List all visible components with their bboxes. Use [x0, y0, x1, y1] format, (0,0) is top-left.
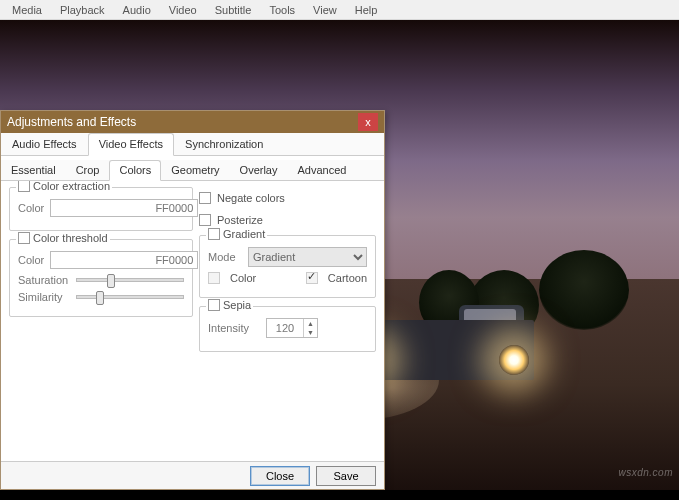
menu-help[interactable]: Help	[347, 2, 386, 18]
main-tabs: Audio Effects Video Effects Synchronizat…	[1, 133, 384, 156]
chevron-up-icon[interactable]: ▲	[304, 319, 317, 328]
colors-pane: Color extraction Color Color threshold C…	[1, 181, 384, 461]
menu-tools[interactable]: Tools	[261, 2, 303, 18]
negate-colors-label: Negate colors	[217, 192, 285, 204]
negate-colors-checkbox[interactable]	[199, 192, 211, 204]
menu-audio[interactable]: Audio	[115, 2, 159, 18]
color-threshold-group: Color threshold Color Saturation Similar…	[9, 239, 193, 317]
sub-tabs: Essential Crop Colors Geometry Overlay A…	[1, 160, 384, 181]
similarity-label: Similarity	[18, 291, 70, 303]
watermark-text: wsxdn.com	[618, 467, 673, 478]
sepia-label: Sepia	[223, 299, 251, 311]
color-threshold-label: Color threshold	[33, 232, 108, 244]
close-button[interactable]: x	[358, 113, 378, 131]
gradient-group: Gradient Mode Gradient Color Cartoon	[199, 235, 376, 298]
dialog-titlebar[interactable]: Adjustments and Effects x	[1, 111, 384, 133]
subtab-essential[interactable]: Essential	[1, 160, 66, 180]
sepia-intensity-label: Intensity	[208, 322, 260, 334]
gradient-cartoon-checkbox[interactable]	[306, 272, 318, 284]
headlight-icon	[499, 345, 529, 375]
sepia-intensity-value: 120	[267, 322, 303, 334]
sepia-intensity-spinner[interactable]: 120 ▲▼	[266, 318, 318, 338]
gradient-cartoon-label: Cartoon	[328, 272, 367, 284]
gradient-checkbox[interactable]	[208, 228, 220, 240]
similarity-slider[interactable]	[76, 295, 184, 299]
saturation-slider[interactable]	[76, 278, 184, 282]
threshold-color-input[interactable]	[50, 251, 198, 269]
tab-video-effects[interactable]: Video Effects	[88, 133, 174, 156]
extraction-color-input[interactable]	[50, 199, 198, 217]
saturation-label: Saturation	[18, 274, 70, 286]
menubar: Media Playback Audio Video Subtitle Tool…	[0, 0, 679, 20]
tab-audio-effects[interactable]: Audio Effects	[1, 133, 88, 155]
menu-subtitle[interactable]: Subtitle	[207, 2, 260, 18]
posterize-checkbox[interactable]	[199, 214, 211, 226]
gradient-color-checkbox[interactable]	[208, 272, 220, 284]
sepia-checkbox[interactable]	[208, 299, 220, 311]
menu-playback[interactable]: Playback	[52, 2, 113, 18]
close-dialog-button[interactable]: Close	[250, 466, 310, 486]
posterize-label: Posterize	[217, 214, 263, 226]
gradient-color-label: Color	[230, 272, 256, 284]
color-extraction-group: Color extraction Color	[9, 187, 193, 231]
color-threshold-checkbox[interactable]	[18, 232, 30, 244]
gradient-mode-select[interactable]: Gradient	[248, 247, 367, 267]
threshold-color-label: Color	[18, 254, 44, 266]
subtab-geometry[interactable]: Geometry	[161, 160, 229, 180]
subtab-overlay[interactable]: Overlay	[230, 160, 288, 180]
extraction-color-label: Color	[18, 202, 44, 214]
adjustments-effects-dialog: Adjustments and Effects x Audio Effects …	[0, 110, 385, 490]
subtab-colors[interactable]: Colors	[109, 160, 161, 181]
chevron-down-icon[interactable]: ▼	[304, 328, 317, 337]
gradient-mode-label: Mode	[208, 251, 242, 263]
subtab-crop[interactable]: Crop	[66, 160, 110, 180]
color-extraction-label: Color extraction	[33, 181, 110, 192]
dialog-buttonbar: Close Save	[1, 461, 384, 489]
save-button[interactable]: Save	[316, 466, 376, 486]
tab-synchronization[interactable]: Synchronization	[174, 133, 274, 155]
video-truck	[364, 305, 534, 400]
menu-video[interactable]: Video	[161, 2, 205, 18]
menu-view[interactable]: View	[305, 2, 345, 18]
video-tree	[539, 250, 629, 330]
menu-media[interactable]: Media	[4, 2, 50, 18]
subtab-advanced[interactable]: Advanced	[287, 160, 356, 180]
sepia-group: Sepia Intensity 120 ▲▼	[199, 306, 376, 352]
dialog-title-text: Adjustments and Effects	[7, 115, 358, 129]
color-extraction-checkbox[interactable]	[18, 181, 30, 192]
gradient-label: Gradient	[223, 228, 265, 240]
